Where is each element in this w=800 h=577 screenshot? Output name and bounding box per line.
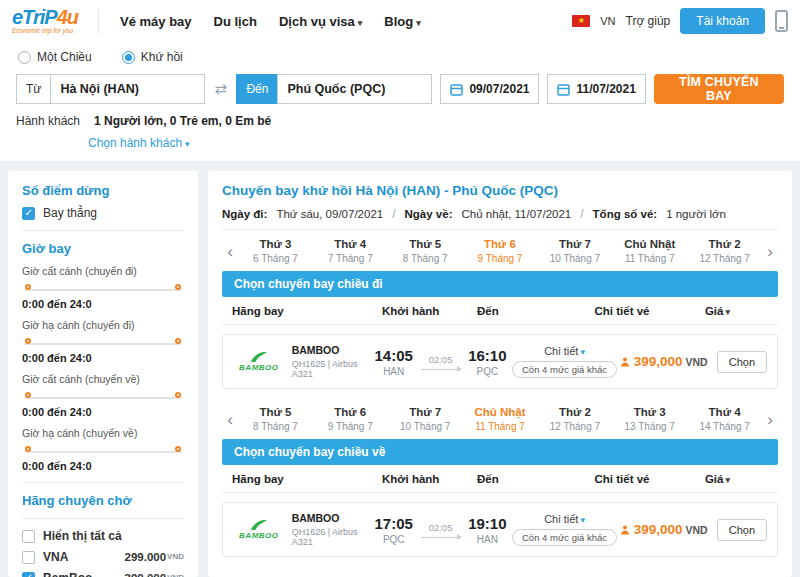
price-cell: 399,000 VND (619, 354, 708, 369)
trip-type-row: Một Chiều Khứ hồi (16, 46, 784, 74)
currency: VND (686, 356, 708, 368)
date-option[interactable]: Thứ 710 Tháng 7 (537, 235, 612, 267)
help-link[interactable]: Trợ giúp (626, 14, 671, 28)
return-takeoff-time-slider[interactable] (25, 391, 181, 404)
slider-handle[interactable] (25, 392, 31, 398)
select-outbound-flight-button[interactable]: Chọn (717, 351, 767, 373)
language-selector[interactable]: VN (600, 15, 615, 27)
more-fares-button[interactable]: Còn 4 mức giá khác (512, 529, 617, 546)
separator: / (580, 207, 583, 221)
date-option[interactable]: Thứ 313 Tháng 7 (612, 403, 687, 435)
outbound-table-header: Hãng bay Khởi hành Đến Chi tiết vé Giá▾ (222, 297, 778, 325)
outbound-banner: Chọn chuyến bay chiều đi (222, 271, 778, 297)
slider-handle[interactable] (25, 284, 31, 290)
return-date-carousel: ‹ Thứ 58 Tháng 7 Thứ 69 Tháng 7 Thứ 710 … (222, 398, 778, 439)
filters-sidebar: Số điểm dừng Bay thẳng Giờ bay Giờ cất c… (8, 171, 198, 577)
radio-selected-icon[interactable] (122, 51, 135, 64)
chevron-left-icon[interactable]: ‹ (222, 411, 238, 428)
select-return-flight-button[interactable]: Chọn (717, 519, 767, 541)
flight-time-filter-title: Giờ bay (22, 241, 184, 256)
radio-one-way[interactable]: Một Chiều (18, 50, 92, 64)
airline-name: BAMBOO (292, 344, 371, 356)
depart-date-value: 09/07/2021 (469, 82, 529, 96)
slider-value: 0:00 đến 24:0 (22, 460, 184, 472)
chevron-down-icon: ▾ (416, 18, 421, 28)
slider-handle[interactable] (175, 446, 181, 452)
slider-value: 0:00 đến 24:0 (22, 406, 184, 418)
slider-handle[interactable] (175, 338, 181, 344)
nav-item-blog[interactable]: Blog▾ (373, 8, 431, 35)
date-option[interactable]: Thứ 58 Tháng 7 (388, 235, 463, 267)
from-field-group: Từ (16, 74, 205, 104)
date-option[interactable]: Thứ 36 Tháng 7 (238, 235, 313, 267)
date-option[interactable]: Thứ 212 Tháng 7 (537, 403, 612, 435)
search-form-row: Từ ⇄ Đến 09/07/2021 11/07/2021 TÌM CHUYẾ… (16, 74, 784, 104)
account-button[interactable]: Tài khoản (680, 8, 765, 34)
show-all-carriers-row[interactable]: Hiển thị tất cả (22, 529, 184, 543)
airline-cell: BAMBOO BAMBOO QH1625 | Airbus A321 (233, 344, 371, 379)
slider-handle[interactable] (175, 284, 181, 290)
main-content: Số điểm dừng Bay thẳng Giờ bay Giờ cất c… (0, 161, 800, 577)
passenger-summary-row: Hành khách 1 Người lớn, 0 Trẻ em, 0 Em b… (16, 114, 784, 128)
return-landing-time-slider[interactable] (25, 445, 181, 458)
radio-icon[interactable] (18, 51, 31, 64)
search-flights-button[interactable]: TÌM CHUYẾN BAY (654, 74, 784, 104)
nav-item-travel[interactable]: Du lịch (203, 8, 268, 35)
nav-item-visa[interactable]: Dịch vụ visa▾ (268, 8, 373, 35)
from-input[interactable] (50, 74, 205, 104)
slider-handle[interactable] (175, 392, 181, 398)
date-option[interactable]: Thứ 58 Tháng 7 (238, 403, 313, 435)
chevron-right-icon[interactable]: › (762, 243, 778, 260)
date-option[interactable]: Chủ Nhật11 Tháng 7 (612, 235, 687, 267)
slider-handle[interactable] (25, 446, 31, 452)
departure-cell: 14:05 HAN (371, 347, 417, 377)
depart-date-picker[interactable]: 09/07/2021 (440, 74, 539, 104)
chevron-left-icon[interactable]: ‹ (222, 243, 238, 260)
carrier-vna-row[interactable]: VNA 299.000VND (22, 550, 184, 564)
duration-cell: 02:05 (417, 354, 465, 370)
swap-airports-icon[interactable]: ⇄ (213, 74, 228, 104)
direct-flight-checkbox-row[interactable]: Bay thẳng (22, 206, 184, 220)
radio-round-trip[interactable]: Khứ hồi (122, 50, 183, 64)
nav-item-flights[interactable]: Vé máy bay (109, 8, 203, 35)
sort-by-price[interactable]: Giá▾ (682, 305, 768, 317)
checkbox-checked-icon[interactable] (22, 207, 35, 220)
checkbox-checked-icon[interactable] (22, 572, 35, 577)
fare-details-link[interactable]: Chi tiết▾ (544, 345, 585, 357)
date-option-selected[interactable]: Thứ 69 Tháng 7 (463, 235, 538, 267)
passenger-icon (619, 356, 631, 368)
checkbox-icon[interactable] (22, 551, 35, 564)
chevron-right-icon[interactable]: › (762, 411, 778, 428)
flight-path-arrow (421, 537, 461, 538)
to-input[interactable] (277, 74, 432, 104)
carrier-bamboo-row[interactable]: BamBoo 399.000VND (22, 571, 184, 577)
slider-label: Giờ cất cánh (chuyến về) (22, 373, 184, 385)
calendar-icon (450, 83, 463, 96)
depart-takeoff-time-slider[interactable] (25, 283, 181, 296)
more-fares-button[interactable]: Còn 4 mức giá khác (512, 361, 617, 378)
slider-handle[interactable] (25, 338, 31, 344)
date-option[interactable]: Thứ 212 Tháng 7 (687, 235, 762, 267)
date-option[interactable]: Thứ 414 Tháng 7 (687, 403, 762, 435)
date-option[interactable]: Thứ 69 Tháng 7 (313, 403, 388, 435)
date-option[interactable]: Thứ 47 Tháng 7 (313, 235, 388, 267)
to-label: Đến (236, 74, 277, 104)
fare-details-link[interactable]: Chi tiết▾ (544, 513, 585, 525)
date-option[interactable]: Thứ 710 Tháng 7 (388, 403, 463, 435)
stops-filter-title: Số điểm dừng (22, 183, 184, 198)
separator: / (392, 207, 395, 221)
chevron-down-icon: ▾ (580, 347, 585, 357)
sort-by-price[interactable]: Giá▾ (682, 473, 768, 485)
checkbox-icon[interactable] (22, 530, 35, 543)
choose-passengers-link[interactable]: Chọn hành khách▾ (88, 136, 190, 150)
site-logo[interactable]: eTriP4u Economic trip for you (12, 7, 78, 35)
phone-icon[interactable] (775, 10, 788, 32)
depart-landing-time-slider[interactable] (25, 337, 181, 350)
bamboo-bird-icon (250, 351, 268, 363)
return-date-picker[interactable]: 11/07/2021 (547, 74, 645, 104)
to-field-group: Đến (236, 74, 432, 104)
logo-text: eTriP4u (12, 7, 78, 27)
details-cell: Chi tiết▾ Còn 4 mức giá khác (510, 513, 618, 546)
date-option-selected[interactable]: Chủ Nhật11 Tháng 7 (463, 403, 538, 435)
divider (22, 482, 184, 483)
